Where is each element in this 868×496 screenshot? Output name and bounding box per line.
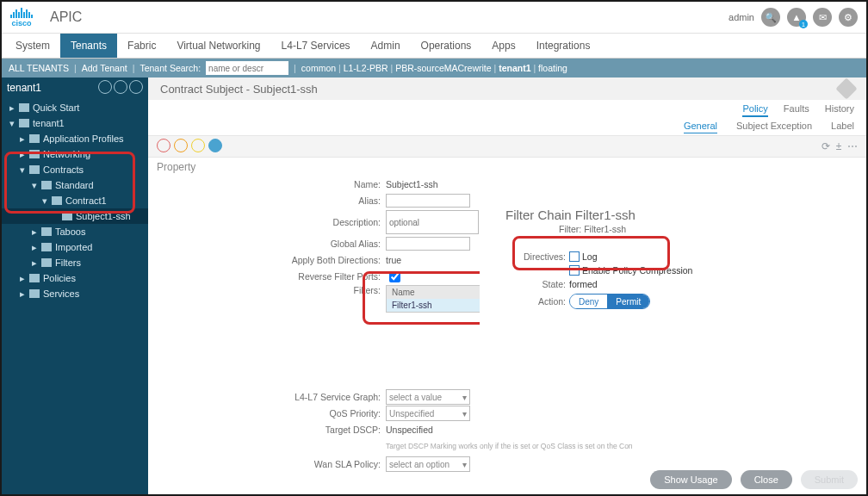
feedback-icon[interactable]: ✉ (813, 8, 832, 27)
tree-node-application-profiles[interactable]: ▸Application Profiles (2, 131, 148, 146)
tab-policy[interactable]: Policy (742, 103, 767, 117)
tree-node-contracts[interactable]: ▾Contracts (2, 162, 148, 177)
menu-tab-fabric[interactable]: Fabric (117, 34, 166, 58)
tab-faults[interactable]: Faults (784, 103, 809, 117)
filters-label: Filters: (157, 285, 386, 295)
tree-node-policies[interactable]: ▸Policies (2, 270, 148, 286)
tab-history[interactable]: History (825, 103, 854, 117)
tree-node-imported[interactable]: ▸Imported (2, 239, 148, 255)
toolbar-right-icons[interactable]: ⟳ ± ⋯ (822, 140, 858, 152)
search-icon[interactable]: 🔍 (761, 8, 780, 27)
log-label: Log (582, 251, 598, 262)
property-label: Property (148, 158, 866, 177)
panel-title: Filter Chain Filter1-ssh (480, 206, 866, 224)
tree-node-standard[interactable]: ▾Standard (2, 177, 148, 193)
alias-label: Alias: (157, 195, 386, 206)
menu-tab-tenants[interactable]: Tenants (60, 34, 117, 58)
l4l7-label: L4-L7 Service Graph: (157, 392, 386, 402)
tree-node-networking[interactable]: ▸Networking (2, 146, 148, 162)
nav-sidebar: tenant1 ▸Quick Start▾tenant1▸Application… (2, 78, 148, 496)
all-tenants-link[interactable]: ALL TENANTS (9, 63, 69, 73)
name-label: Name: (157, 179, 386, 189)
name-value: Subject1-ssh (386, 179, 438, 189)
submit-button[interactable]: Submit (801, 470, 858, 489)
subtab-general[interactable]: General (684, 121, 717, 133)
menu-tab-system[interactable]: System (5, 34, 60, 58)
dscp-label: Target DSCP: (157, 425, 386, 435)
tree-node-tenant1[interactable]: ▾tenant1 (2, 115, 148, 131)
dscp-note: Target DSCP Marking works only if the is… (386, 443, 633, 450)
tenant-link-l1-l2-pbr[interactable]: L1-L2-PBR (344, 63, 388, 73)
tabs-secondary: GeneralSubject ExceptionLabel (148, 117, 866, 133)
sidebar-tool-icons[interactable] (96, 80, 143, 96)
object-icon[interactable] (835, 78, 857, 99)
tenant-link-floating[interactable]: floating (538, 63, 567, 73)
description-label: Description: (157, 217, 386, 227)
username-label[interactable]: admin (728, 12, 754, 22)
tree-node-filters[interactable]: ▸Filters (2, 255, 148, 270)
tree-node-services[interactable]: ▸Services (2, 286, 148, 301)
alias-input[interactable] (386, 194, 470, 208)
apply-both-label: Apply Both Directions: (157, 255, 386, 265)
bell-icon[interactable]: ▲1 (787, 8, 806, 27)
menu-tab-integrations[interactable]: Integrations (526, 34, 601, 58)
main-menu: SystemTenantsFabricVirtual NetworkingL4-… (2, 34, 866, 59)
menu-tab-l4-l7-services[interactable]: L4-L7 Services (271, 34, 361, 58)
apply-both-value: true (386, 255, 401, 265)
description-input[interactable] (386, 210, 479, 234)
wan-select[interactable]: select an option▾ (386, 456, 470, 472)
action-label: Action: (523, 296, 569, 307)
tenant-search-input[interactable] (206, 61, 288, 75)
directives-label: Directives: (523, 251, 569, 262)
reverse-filter-checkbox[interactable] (389, 271, 400, 282)
menu-tab-apps[interactable]: Apps (481, 34, 525, 58)
brand: cisco APIC (10, 8, 82, 28)
log-checkbox[interactable] (569, 251, 580, 262)
top-bar: cisco APIC admin 🔍 ▲1 ✉ ⚙ (2, 2, 866, 34)
menu-tab-admin[interactable]: Admin (361, 34, 411, 58)
close-button[interactable]: Close (741, 470, 792, 489)
subtab-subject-exception[interactable]: Subject Exception (736, 121, 812, 133)
tenant-link-common[interactable]: common (301, 63, 336, 73)
dscp-value: Unspecified (386, 425, 433, 435)
page-title: Contract Subject - Subject1-ssh (160, 83, 318, 96)
app-title: APIC (50, 9, 82, 25)
reverse-filter-label: Reverse Filter Ports: (157, 271, 386, 282)
filters-table-header: Name (387, 286, 490, 299)
tenant-link-tenant1[interactable]: tenant1 (499, 63, 530, 73)
nav-tree: ▸Quick Start▾tenant1▸Application Profile… (2, 98, 148, 303)
panel-filter-value: Filter1-ssh (584, 224, 626, 234)
tenant-subbar: ALL TENANTS | Add Tenant | Tenant Search… (2, 59, 866, 78)
tenant-search-label: Tenant Search: (140, 63, 201, 73)
filters-table-row[interactable]: Filter1-ssh (387, 299, 490, 312)
filters-table[interactable]: Name Filter1-ssh (386, 285, 491, 313)
tabs-primary: PolicyFaultsHistory (148, 100, 866, 117)
l4l7-select[interactable]: select a value▾ (386, 389, 470, 405)
qos-select[interactable]: Unspecified▾ (386, 406, 470, 421)
menu-tab-virtual-networking[interactable]: Virtual Networking (166, 34, 270, 58)
cisco-logo: cisco (10, 8, 33, 28)
action-toggle[interactable]: Deny Permit (569, 294, 650, 309)
show-usage-button[interactable]: Show Usage (650, 470, 731, 489)
add-tenant-link[interactable]: Add Tenant (82, 63, 127, 73)
panel-filter-label: Filter: (559, 224, 581, 234)
wan-label: Wan SLA Policy: (157, 459, 386, 469)
global-alias-input[interactable] (386, 237, 470, 251)
subtab-label[interactable]: Label (831, 121, 854, 133)
menu-tab-operations[interactable]: Operations (411, 34, 482, 58)
action-deny[interactable]: Deny (570, 294, 607, 308)
sidebar-title: tenant1 (7, 82, 41, 94)
tree-node-subject1-ssh[interactable]: Subject1-ssh (2, 208, 148, 224)
state-value: formed (569, 279, 598, 289)
qos-label: QoS Priority: (157, 408, 386, 418)
tenant-link-pbr-sourcemacrewrite[interactable]: PBR-sourceMACrewrite (395, 63, 491, 73)
state-label: State: (523, 279, 569, 289)
action-permit[interactable]: Permit (607, 294, 649, 308)
enable-compression-checkbox[interactable] (569, 265, 580, 276)
tree-node-taboos[interactable]: ▸Taboos (2, 224, 148, 239)
fault-indicator-icons[interactable] (157, 139, 226, 154)
tree-node-contract1[interactable]: ▾Contract1 (2, 193, 148, 208)
tree-node-quick-start[interactable]: ▸Quick Start (2, 100, 148, 115)
settings-icon[interactable]: ⚙ (839, 8, 858, 27)
enable-compression-label: Enable Policy Compression (582, 265, 692, 276)
